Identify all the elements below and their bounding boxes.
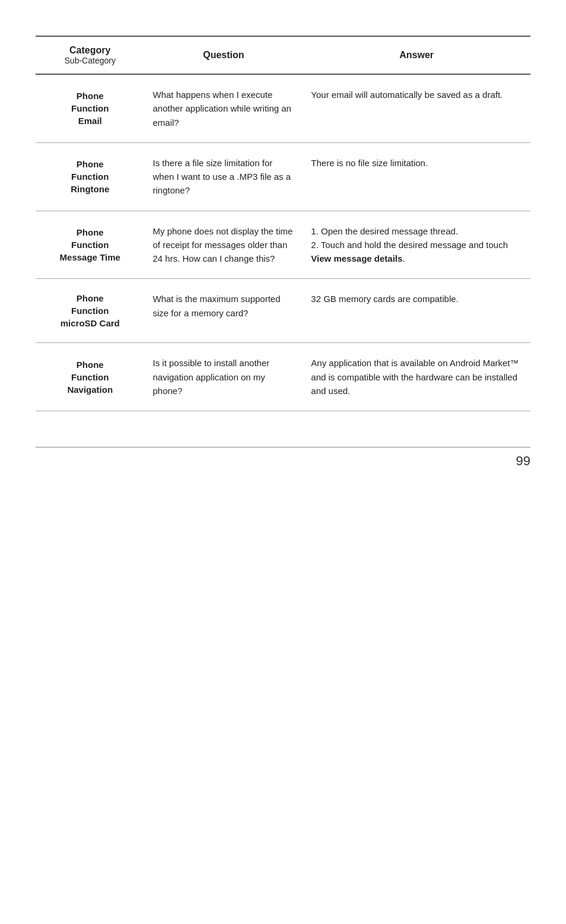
answer-item: 1. Open the desired message thread. — [311, 224, 522, 238]
category-cell: PhoneFunctionRingtone — [36, 142, 144, 211]
table-row: PhoneFunctionRingtoneIs there a file siz… — [36, 142, 530, 211]
table-row: PhoneFunctionEmailWhat happens when I ex… — [36, 74, 530, 142]
cat-func: Function — [71, 372, 109, 382]
question-cell: What happens when I execute another appl… — [144, 74, 303, 142]
header-category: Category Sub-Category — [36, 36, 144, 74]
category-cell: PhoneFunctionmicroSD Card — [36, 279, 144, 343]
question-cell: My phone does not display the time of re… — [144, 211, 303, 279]
cat-main: Phone — [77, 360, 104, 370]
header-answer: Answer — [303, 36, 530, 74]
page-number: 99 — [516, 453, 530, 469]
table-row: PhoneFunctionMessage TimeMy phone does n… — [36, 211, 530, 279]
answer-cell: 32 GB memory cards are compatible. — [303, 279, 530, 343]
answer-cell: Your email will automatically be saved a… — [303, 74, 530, 142]
cat-sub: Email — [78, 116, 102, 126]
faq-table: Category Sub-Category Question Answer Ph… — [36, 36, 530, 411]
category-cell: PhoneFunctionNavigation — [36, 343, 144, 411]
answer-cell: 1. Open the desired message thread.2. To… — [303, 211, 530, 279]
question-cell: Is there a file size limitation for when… — [144, 142, 303, 211]
table-row: PhoneFunctionmicroSD CardWhat is the max… — [36, 279, 530, 343]
question-cell: What is the maximum supported size for a… — [144, 279, 303, 343]
cat-func: Function — [71, 240, 109, 250]
answer-item: 2. Touch and hold the desired message an… — [311, 238, 522, 266]
table-row: PhoneFunctionNavigationIs it possible to… — [36, 343, 530, 411]
cat-sub: microSD Card — [61, 318, 120, 328]
cat-sub: Message Time — [60, 252, 120, 262]
header-subcategory-label: Sub-Category — [43, 56, 137, 65]
cat-main: Phone — [77, 91, 104, 101]
answer-cell: Any application that is available on And… — [303, 343, 530, 411]
cat-func: Function — [71, 306, 109, 316]
cat-main: Phone — [77, 227, 104, 237]
category-cell: PhoneFunctionMessage Time — [36, 211, 144, 279]
header-category-label: Category — [69, 45, 110, 55]
cat-func: Function — [71, 172, 109, 182]
cat-main: Phone — [77, 159, 104, 169]
cat-func: Function — [71, 103, 109, 113]
cat-sub: Navigation — [67, 385, 113, 395]
question-cell: Is it possible to install another naviga… — [144, 343, 303, 411]
category-cell: PhoneFunctionEmail — [36, 74, 144, 142]
header-question: Question — [144, 36, 303, 74]
cat-main: Phone — [77, 293, 104, 303]
page-footer: 99 — [36, 447, 530, 469]
answer-cell: There is no file size limitation. — [303, 142, 530, 211]
cat-sub: Ringtone — [71, 184, 109, 194]
faq-table-wrap: Category Sub-Category Question Answer Ph… — [36, 36, 530, 411]
